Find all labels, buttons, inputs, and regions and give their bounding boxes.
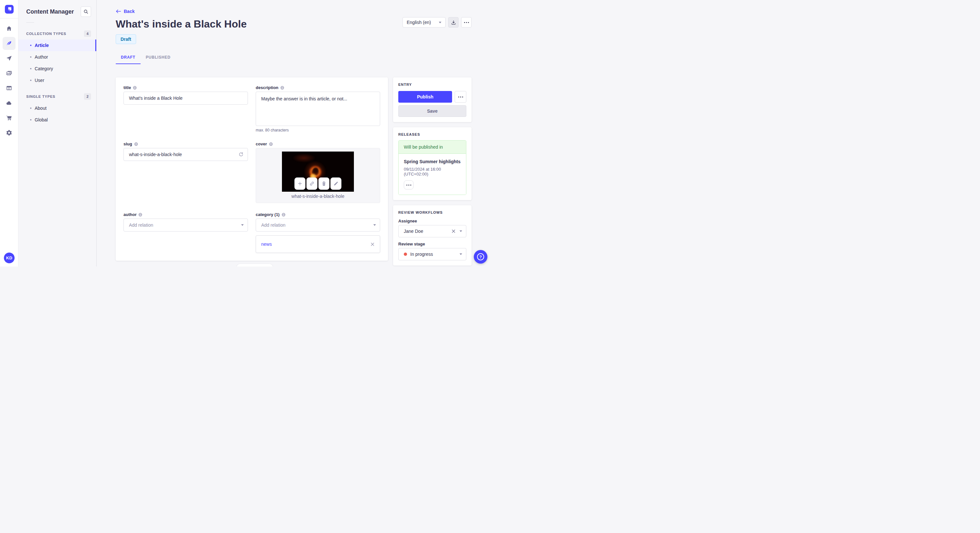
assignee-select[interactable]: Jane Doe [398, 225, 466, 237]
sidebar-item-user[interactable]: User [19, 75, 96, 86]
layout-icon [6, 85, 12, 91]
back-label: Back [124, 9, 135, 14]
review-stage-select[interactable]: In progress [398, 248, 466, 260]
nav-settings-button[interactable] [3, 126, 16, 139]
nav-content-manager-button[interactable] [3, 37, 16, 50]
cover-actions [294, 178, 342, 190]
field-author: author Add relation [124, 212, 248, 232]
review-stage-label: Review stage [398, 241, 466, 246]
paper-plane-icon [6, 55, 12, 62]
sidebar-item-author[interactable]: Author [19, 51, 96, 63]
divider [26, 22, 34, 23]
strapi-logo-icon [7, 7, 12, 12]
bullet-icon [30, 80, 32, 81]
gear-icon [6, 130, 12, 136]
entry-more-button[interactable] [455, 91, 466, 103]
tab-published[interactable]: PUBLISHED [141, 52, 176, 64]
slug-input[interactable]: what-s-inside-a-black-hole [124, 148, 248, 161]
publish-button[interactable]: Publish [398, 91, 452, 103]
export-button[interactable] [448, 17, 458, 27]
section-label: COLLECTION TYPES [26, 32, 66, 36]
sidebar-item-category[interactable]: Category [19, 63, 96, 75]
nav-marketplace-button[interactable] [3, 111, 16, 124]
nav-releases-button[interactable] [3, 52, 16, 65]
search-button[interactable] [81, 6, 91, 17]
delete-media-button[interactable] [318, 178, 329, 190]
title-input[interactable]: What's inside a Black Hole [124, 92, 248, 105]
add-media-button[interactable] [294, 178, 305, 190]
clear-assignee-button[interactable] [452, 229, 456, 233]
back-button[interactable]: Back [116, 9, 142, 14]
strapi-logo-button[interactable] [5, 5, 14, 14]
feather-icon [6, 40, 12, 47]
edit-media-button[interactable] [331, 178, 342, 190]
section-collection-types: COLLECTION TYPES 4 Article Author Catego… [19, 26, 96, 86]
title-label: title [124, 85, 131, 90]
author-placeholder: Add relation [129, 222, 153, 228]
relation-link-news[interactable]: news [261, 241, 272, 247]
nav-rail: KD [0, 0, 19, 266]
releases-panel-title: RELEASES [398, 132, 466, 136]
release-status: Will be published in [399, 141, 466, 154]
globe-icon [280, 86, 284, 90]
author-relation-select[interactable]: Add relation [124, 219, 248, 232]
chevron-down-icon [460, 254, 462, 255]
chevron-down-icon [460, 230, 462, 232]
nav-deploy-button[interactable] [3, 97, 16, 109]
sidebar-item-global[interactable]: Global [19, 114, 96, 125]
help-button[interactable]: ? [474, 250, 487, 263]
globe-icon [134, 142, 138, 146]
logo-area [0, 0, 18, 19]
avatar-initials: KD [6, 255, 12, 260]
bullet-icon [30, 119, 32, 121]
globe-icon [133, 86, 137, 90]
locale-select[interactable]: English (en) [402, 17, 445, 27]
tab-draft[interactable]: DRAFT [116, 52, 141, 64]
bottom-panel-peek [237, 264, 273, 266]
remove-relation-button[interactable] [371, 242, 375, 246]
nav-media-library-button[interactable] [3, 67, 16, 80]
link-icon [309, 181, 315, 187]
sidebar-item-label: About [35, 106, 47, 111]
sidebar-item-label: Author [35, 54, 48, 60]
field-cover: cover what-s-i [256, 141, 380, 203]
ellipsis-icon [466, 22, 467, 23]
save-button[interactable]: Save [398, 105, 466, 117]
assignee-label: Assignee [398, 219, 466, 224]
globe-icon [138, 213, 142, 217]
copy-link-button[interactable] [307, 178, 318, 190]
sidebar-item-article[interactable]: Article [19, 40, 96, 51]
globe-icon [269, 142, 273, 146]
cover-media-box: what-s-inside-a-black-hole [256, 148, 380, 203]
review-panel-title: REVIEW WORKFLOWS [398, 211, 466, 214]
description-label: description [256, 85, 278, 90]
nav-content-type-builder-button[interactable] [3, 82, 16, 95]
category-relation-select[interactable]: Add relation [256, 219, 380, 232]
sidebar-item-about[interactable]: About [19, 102, 96, 114]
more-actions-button[interactable] [461, 17, 471, 27]
sidebar-item-label: Category [35, 66, 53, 71]
release-name: Spring Summer highlights [404, 159, 461, 164]
category-label: category (1) [256, 212, 280, 217]
section-single-types: SINGLE TYPES 2 About Global [19, 89, 96, 125]
chevron-down-icon [241, 224, 244, 226]
bullet-icon [30, 45, 32, 46]
nav-home-button[interactable] [3, 22, 16, 35]
release-more-button[interactable] [404, 180, 414, 189]
strapi-admin-app: KD Content Manager COLLECTION TYPES 4 Ar… [0, 0, 490, 266]
collection-types-count-badge: 4 [84, 30, 91, 37]
rail-nav [0, 22, 18, 139]
release-card: Will be published in Spring Summer highl… [398, 140, 466, 195]
header-actions: English (en) [402, 17, 471, 27]
entry-panel: ENTRY Publish Save [393, 78, 471, 122]
category-relation-item[interactable]: news [256, 235, 380, 253]
entry-title: What's inside a Black Hole [116, 18, 247, 30]
sidebar-item-label: Global [35, 117, 48, 122]
regenerate-slug-button[interactable] [238, 152, 244, 157]
user-avatar[interactable]: KD [4, 252, 14, 263]
cover-image-black-hole[interactable] [282, 152, 354, 192]
ellipsis-icon [408, 185, 409, 186]
chevron-down-icon [439, 22, 441, 23]
plus-icon [297, 181, 303, 187]
description-textarea[interactable]: Maybe the answer is in this article, or … [256, 92, 380, 126]
